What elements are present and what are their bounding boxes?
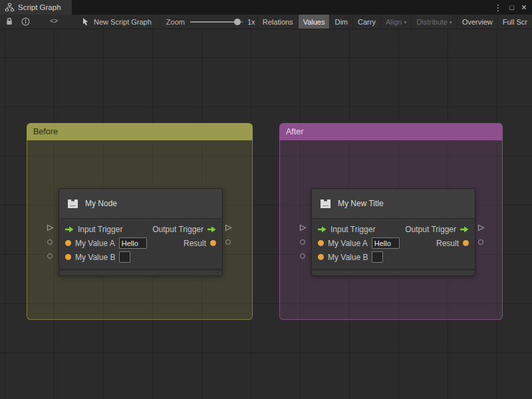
port-label: My Value A — [328, 239, 368, 248]
dim-button[interactable]: Dim — [329, 15, 352, 29]
port-row-trigger: Input Trigger Output Trigger — [312, 222, 475, 236]
distribute-label: Distribute — [416, 18, 447, 26]
node-header[interactable]: My New Title — [312, 189, 475, 219]
value-a-port[interactable] — [318, 240, 324, 246]
port-label: Result — [184, 239, 206, 248]
port-label: My Value B — [75, 253, 115, 262]
value-b-field[interactable] — [119, 251, 130, 263]
distribute-dropdown[interactable]: Distribute ▾ — [411, 15, 456, 29]
node-footer — [312, 269, 475, 275]
external-value-port[interactable] — [478, 239, 483, 245]
group-title: After — [286, 127, 303, 136]
kebab-menu-icon[interactable]: ⋮ — [493, 3, 502, 12]
external-value-port[interactable] — [225, 239, 231, 245]
external-trigger-port[interactable] — [299, 224, 307, 231]
input-trigger-port[interactable] — [65, 226, 74, 233]
external-value-port[interactable] — [47, 239, 53, 245]
external-value-port[interactable] — [300, 239, 305, 245]
output-trigger-port[interactable] — [460, 226, 469, 233]
tab-title: Script Graph — [18, 3, 61, 11]
zoom-value: 1x — [247, 18, 255, 26]
external-value-port[interactable] — [300, 253, 305, 259]
input-trigger-port[interactable] — [318, 226, 327, 233]
external-value-port[interactable] — [47, 253, 53, 259]
value-a-field[interactable] — [119, 237, 147, 249]
node-footer — [59, 269, 222, 275]
align-dropdown[interactable]: Align ▾ — [380, 15, 411, 29]
value-b-port[interactable] — [318, 254, 324, 260]
port-label: Result — [436, 239, 459, 248]
graph-canvas[interactable]: Before After My Node — [0, 29, 532, 399]
unit-icon — [319, 198, 332, 209]
external-trigger-port[interactable] — [477, 224, 485, 231]
tab-script-graph[interactable]: Script Graph — [0, 0, 72, 15]
port-row-value-b: My Value B — [59, 250, 222, 264]
chevron-down-icon: ▾ — [450, 19, 452, 25]
align-label: Align — [386, 18, 402, 26]
port-label: Input Trigger — [78, 225, 122, 234]
result-port[interactable] — [210, 240, 216, 246]
node-my-node[interactable]: My Node Input Trigger Output Trigger — [59, 188, 223, 276]
node-body: Input Trigger Output Trigger My Value A … — [312, 219, 475, 269]
external-trigger-port[interactable] — [47, 224, 54, 231]
port-row-value-a: My Value A Result — [59, 236, 222, 250]
group-header[interactable]: Before — [27, 123, 253, 140]
group-title: Before — [33, 127, 58, 136]
value-b-port[interactable] — [65, 254, 71, 260]
zoom-label: Zoom — [166, 18, 185, 26]
value-a-field[interactable] — [372, 237, 400, 249]
fullscreen-button[interactable]: Full Scr — [497, 15, 532, 29]
close-icon[interactable]: × — [521, 3, 527, 12]
port-label: Input Trigger — [331, 225, 375, 234]
window-tab-bar: Script Graph ⋮ □ × — [0, 0, 532, 15]
toolbar-button-group: Relations Values Dim Carry Align ▾ Distr… — [257, 15, 532, 29]
maximize-icon[interactable]: □ — [509, 4, 514, 11]
port-label: My Value A — [75, 239, 115, 248]
value-a-port[interactable] — [65, 240, 71, 246]
relations-button[interactable]: Relations — [257, 15, 298, 29]
node-header[interactable]: My Node — [59, 189, 222, 219]
port-label: Output Trigger — [152, 225, 203, 234]
value-b-field[interactable] — [372, 251, 383, 263]
carry-button[interactable]: Carry — [352, 15, 380, 29]
port-row-trigger: Input Trigger Output Trigger — [59, 222, 222, 236]
info-icon[interactable] — [21, 17, 30, 26]
node-title: My Node — [85, 199, 117, 208]
overview-button[interactable]: Overview — [457, 15, 497, 29]
result-port[interactable] — [463, 240, 469, 246]
output-trigger-port[interactable] — [207, 226, 216, 233]
zoom-slider-knob[interactable] — [234, 19, 241, 25]
external-trigger-port[interactable] — [225, 224, 232, 231]
port-row-value-b: My Value B — [312, 250, 475, 264]
node-body: Input Trigger Output Trigger My Value A … — [59, 219, 222, 269]
port-row-value-a: My Value A Result — [312, 236, 475, 250]
graph-pointer-icon — [82, 17, 90, 26]
lock-icon[interactable] — [5, 17, 13, 26]
unit-icon — [66, 198, 79, 209]
node-title: My New Title — [338, 199, 384, 208]
graph-name-label: New Script Graph — [94, 18, 152, 26]
chevron-down-icon: ▾ — [404, 19, 406, 25]
port-label: Output Trigger — [405, 225, 456, 234]
zoom-slider[interactable] — [190, 18, 243, 26]
values-button[interactable]: Values — [298, 15, 330, 29]
graph-breadcrumb[interactable]: New Script Graph — [82, 17, 152, 26]
script-graph-icon — [5, 3, 14, 11]
graph-toolbar: <> New Script Graph Zoom 1x Relations Va… — [0, 15, 532, 29]
port-label: My Value B — [328, 253, 368, 262]
code-view-icon[interactable]: <> — [50, 18, 58, 25]
node-my-new-title[interactable]: My New Title Input Trigger Output Trigge… — [311, 188, 475, 276]
group-header[interactable]: After — [279, 123, 503, 140]
